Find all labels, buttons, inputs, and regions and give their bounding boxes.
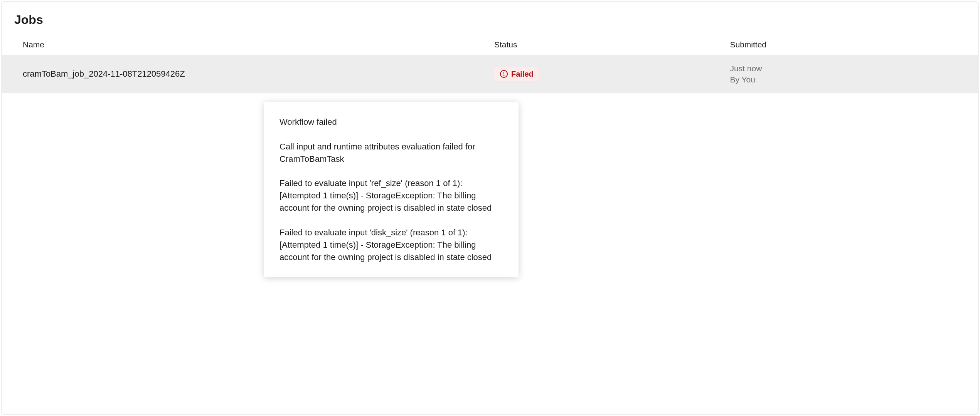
status-label: Failed — [511, 70, 534, 79]
error-tooltip: Workflow failed Call input and runtime a… — [264, 102, 519, 277]
table-header: Name Status Submitted — [2, 35, 978, 55]
job-name: cramToBam_job_2024-11-08T212059426Z — [23, 69, 185, 79]
jobs-table: Name Status Submitted cramToBam_job_2024… — [2, 35, 978, 93]
table-row[interactable]: cramToBam_job_2024-11-08T212059426Z Fail… — [2, 55, 978, 93]
column-header-name[interactable]: Name — [23, 40, 494, 49]
page-title: Jobs — [2, 2, 978, 35]
column-header-status[interactable]: Status — [494, 40, 730, 49]
svg-point-2 — [503, 75, 504, 76]
submitted-info: Just now By You — [730, 63, 966, 86]
status-badge-failed[interactable]: Failed — [494, 67, 539, 81]
error-icon — [500, 70, 508, 78]
column-header-submitted[interactable]: Submitted — [730, 40, 966, 49]
jobs-panel: Jobs Name Status Submitted cramToBam_job… — [2, 2, 978, 414]
submitted-by: By You — [730, 74, 966, 85]
submitted-time: Just now — [730, 63, 966, 74]
